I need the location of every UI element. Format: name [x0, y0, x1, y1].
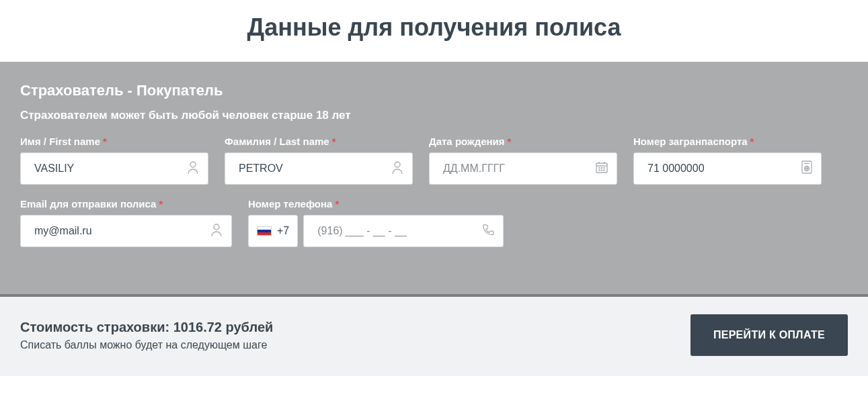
required-mark: * — [750, 136, 754, 147]
last-name-input[interactable] — [225, 153, 412, 184]
passport-field-group: Номер загранпаспорта* — [633, 136, 822, 185]
email-label: Email для отправки полиса* — [20, 198, 232, 210]
email-input-wrap — [20, 215, 232, 247]
required-mark: * — [335, 198, 339, 210]
phone-field-group: Номер телефона* +7 — [248, 198, 504, 247]
birth-date-label: Дата рождения* — [429, 136, 617, 147]
required-mark: * — [332, 136, 336, 147]
passport-label: Номер загранпаспорта* — [633, 136, 822, 147]
section-title: Страхователь - Покупатель — [20, 82, 848, 99]
price-block: Стоимость страховки: 1016.72 рублей Спис… — [20, 320, 273, 351]
passport-input[interactable] — [634, 153, 821, 184]
section-subtitle: Страхователем может быть любой человек с… — [20, 109, 848, 122]
pay-button[interactable]: ПЕРЕЙТИ К ОПЛАТЕ — [691, 314, 848, 356]
footer-bar: Стоимость страховки: 1016.72 рублей Спис… — [0, 294, 868, 376]
email-field-group: Email для отправки полиса* — [20, 198, 232, 247]
label-text: Номер телефона — [248, 198, 332, 210]
phone-group: +7 — [248, 215, 504, 247]
passport-input-wrap — [633, 152, 822, 185]
flag-ru-icon — [257, 226, 272, 236]
page-title: Данные для получения полиса — [0, 0, 868, 62]
last-name-field-group: Фамилия / Last name* — [225, 136, 413, 185]
label-text: Email для отправки полиса — [20, 198, 156, 210]
label-text: Дата рождения — [429, 136, 505, 147]
required-mark: * — [159, 198, 163, 210]
label-text: Фамилия / Last name — [225, 136, 329, 147]
birth-date-input[interactable] — [430, 153, 617, 184]
label-text: Имя / First name — [20, 136, 100, 147]
first-name-label: Имя / First name* — [20, 136, 208, 147]
price-currency: рублей — [226, 320, 274, 334]
phone-input-wrap — [303, 215, 504, 247]
required-mark: * — [103, 136, 107, 147]
price-note: Списать баллы можно будет на следующем ш… — [20, 339, 273, 351]
last-name-input-wrap — [225, 152, 413, 185]
phone-prefix-text: +7 — [277, 225, 289, 237]
form-row-1: Имя / First name* Фамилия / Last name* — [20, 136, 848, 185]
required-mark: * — [508, 136, 512, 147]
phone-input[interactable] — [304, 216, 503, 246]
first-name-input[interactable] — [21, 153, 208, 184]
last-name-label: Фамилия / Last name* — [225, 136, 413, 147]
birth-date-input-wrap — [429, 152, 617, 185]
first-name-field-group: Имя / First name* — [20, 136, 208, 185]
form-section: Страхователь - Покупатель Страхователем … — [0, 62, 868, 294]
price-label: Стоимость страховки: — [20, 320, 169, 334]
form-row-2: Email для отправки полиса* Номер телефон… — [20, 198, 848, 247]
price-line: Стоимость страховки: 1016.72 рублей — [20, 320, 273, 335]
phone-label: Номер телефона* — [248, 198, 504, 210]
birth-date-field-group: Дата рождения* — [429, 136, 617, 185]
phone-prefix[interactable]: +7 — [248, 215, 298, 247]
first-name-input-wrap — [20, 152, 208, 185]
price-value: 1016.72 — [173, 320, 222, 334]
email-input[interactable] — [21, 216, 231, 246]
label-text: Номер загранпаспорта — [633, 136, 748, 147]
